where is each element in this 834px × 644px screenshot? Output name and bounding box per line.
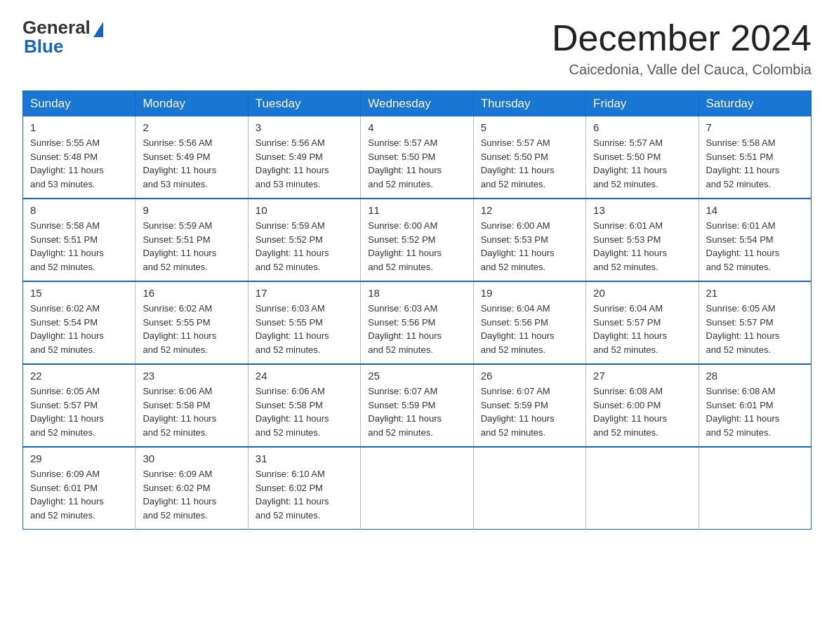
day-info: Sunrise: 6:07 AM Sunset: 5:59 PM Dayligh… xyxy=(368,384,465,439)
weekday-header-monday: Monday xyxy=(135,91,248,117)
day-info: Sunrise: 6:02 AM Sunset: 5:55 PM Dayligh… xyxy=(143,302,240,356)
logo: General Blue xyxy=(22,17,103,58)
day-info: Sunrise: 6:06 AM Sunset: 5:58 PM Dayligh… xyxy=(143,384,240,439)
calendar-cell xyxy=(361,447,473,530)
day-number: 20 xyxy=(593,287,691,299)
calendar-cell: 24 Sunrise: 6:06 AM Sunset: 5:58 PM Dayl… xyxy=(248,364,360,447)
day-number: 26 xyxy=(481,370,578,382)
day-number: 17 xyxy=(256,287,353,299)
day-number: 3 xyxy=(256,121,353,133)
day-info: Sunrise: 6:00 AM Sunset: 5:53 PM Dayligh… xyxy=(481,219,578,274)
day-info: Sunrise: 5:57 AM Sunset: 5:50 PM Dayligh… xyxy=(593,136,691,191)
day-info: Sunrise: 6:08 AM Sunset: 6:00 PM Dayligh… xyxy=(593,384,691,439)
day-number: 31 xyxy=(256,452,353,464)
calendar-table: SundayMondayTuesdayWednesdayThursdayFrid… xyxy=(22,90,812,530)
day-info: Sunrise: 5:55 AM Sunset: 5:48 PM Dayligh… xyxy=(30,136,128,191)
day-info: Sunrise: 5:57 AM Sunset: 5:50 PM Dayligh… xyxy=(368,136,465,191)
day-info: Sunrise: 6:09 AM Sunset: 6:01 PM Dayligh… xyxy=(30,467,128,522)
day-number: 7 xyxy=(706,121,804,133)
month-year-title: December 2024 xyxy=(552,17,812,59)
calendar-cell: 6 Sunrise: 5:57 AM Sunset: 5:50 PM Dayli… xyxy=(586,116,699,199)
day-info: Sunrise: 5:58 AM Sunset: 5:51 PM Dayligh… xyxy=(706,136,804,191)
day-info: Sunrise: 5:56 AM Sunset: 5:49 PM Dayligh… xyxy=(256,136,353,191)
day-number: 28 xyxy=(706,370,804,382)
calendar-cell: 27 Sunrise: 6:08 AM Sunset: 6:00 PM Dayl… xyxy=(586,364,699,447)
weekday-header-saturday: Saturday xyxy=(699,91,811,117)
day-info: Sunrise: 6:04 AM Sunset: 5:57 PM Dayligh… xyxy=(593,302,691,356)
calendar-cell: 23 Sunrise: 6:06 AM Sunset: 5:58 PM Dayl… xyxy=(135,364,248,447)
weekday-header-tuesday: Tuesday xyxy=(248,91,360,117)
calendar-cell: 20 Sunrise: 6:04 AM Sunset: 5:57 PM Dayl… xyxy=(586,281,699,364)
calendar-cell: 2 Sunrise: 5:56 AM Sunset: 5:49 PM Dayli… xyxy=(135,116,248,199)
calendar-week-row: 22 Sunrise: 6:05 AM Sunset: 5:57 PM Dayl… xyxy=(23,364,812,447)
weekday-header-friday: Friday xyxy=(586,91,699,117)
day-info: Sunrise: 5:58 AM Sunset: 5:51 PM Dayligh… xyxy=(30,219,128,274)
calendar-cell: 17 Sunrise: 6:03 AM Sunset: 5:55 PM Dayl… xyxy=(248,281,360,364)
day-number: 4 xyxy=(368,121,465,133)
calendar-cell: 3 Sunrise: 5:56 AM Sunset: 5:49 PM Dayli… xyxy=(248,116,360,199)
calendar-cell: 1 Sunrise: 5:55 AM Sunset: 5:48 PM Dayli… xyxy=(23,116,135,199)
day-info: Sunrise: 5:56 AM Sunset: 5:49 PM Dayligh… xyxy=(143,136,240,191)
day-number: 21 xyxy=(706,287,804,299)
day-number: 24 xyxy=(256,370,353,382)
calendar-cell: 29 Sunrise: 6:09 AM Sunset: 6:01 PM Dayl… xyxy=(23,447,135,530)
calendar-cell: 10 Sunrise: 5:59 AM Sunset: 5:52 PM Dayl… xyxy=(248,199,360,281)
title-block: December 2024 Caicedonia, Valle del Cauc… xyxy=(552,17,812,78)
day-info: Sunrise: 5:57 AM Sunset: 5:50 PM Dayligh… xyxy=(481,136,578,191)
day-number: 30 xyxy=(143,452,240,464)
calendar-cell xyxy=(699,447,811,530)
day-info: Sunrise: 6:00 AM Sunset: 5:52 PM Dayligh… xyxy=(368,219,465,274)
calendar-cell xyxy=(473,447,585,530)
page-header: General Blue December 2024 Caicedonia, V… xyxy=(22,17,812,78)
weekday-header-wednesday: Wednesday xyxy=(361,91,473,117)
calendar-week-row: 29 Sunrise: 6:09 AM Sunset: 6:01 PM Dayl… xyxy=(23,447,812,530)
day-info: Sunrise: 6:02 AM Sunset: 5:54 PM Dayligh… xyxy=(30,302,128,356)
day-info: Sunrise: 6:09 AM Sunset: 6:02 PM Dayligh… xyxy=(143,467,240,522)
calendar-cell: 15 Sunrise: 6:02 AM Sunset: 5:54 PM Dayl… xyxy=(23,281,135,364)
calendar-cell: 12 Sunrise: 6:00 AM Sunset: 5:53 PM Dayl… xyxy=(473,199,585,281)
day-number: 8 xyxy=(30,204,128,216)
day-info: Sunrise: 5:59 AM Sunset: 5:51 PM Dayligh… xyxy=(143,219,240,274)
day-number: 9 xyxy=(143,204,240,216)
day-number: 27 xyxy=(593,370,691,382)
calendar-cell: 30 Sunrise: 6:09 AM Sunset: 6:02 PM Dayl… xyxy=(135,447,248,530)
day-info: Sunrise: 6:05 AM Sunset: 5:57 PM Dayligh… xyxy=(706,302,804,356)
calendar-week-row: 15 Sunrise: 6:02 AM Sunset: 5:54 PM Dayl… xyxy=(23,281,812,364)
calendar-cell: 18 Sunrise: 6:03 AM Sunset: 5:56 PM Dayl… xyxy=(361,281,473,364)
day-number: 19 xyxy=(481,287,578,299)
day-number: 14 xyxy=(706,204,804,216)
day-number: 16 xyxy=(143,287,240,299)
day-number: 15 xyxy=(30,287,128,299)
day-number: 2 xyxy=(143,121,240,133)
calendar-cell: 31 Sunrise: 6:10 AM Sunset: 6:02 PM Dayl… xyxy=(248,447,360,530)
calendar-cell: 13 Sunrise: 6:01 AM Sunset: 5:53 PM Dayl… xyxy=(586,199,699,281)
day-number: 1 xyxy=(30,121,128,133)
weekday-header-sunday: Sunday xyxy=(23,91,135,117)
day-number: 5 xyxy=(481,121,578,133)
calendar-cell: 4 Sunrise: 5:57 AM Sunset: 5:50 PM Dayli… xyxy=(361,116,473,199)
location-subtitle: Caicedonia, Valle del Cauca, Colombia xyxy=(552,62,812,78)
day-info: Sunrise: 6:01 AM Sunset: 5:54 PM Dayligh… xyxy=(706,219,804,274)
day-number: 22 xyxy=(30,370,128,382)
calendar-cell: 25 Sunrise: 6:07 AM Sunset: 5:59 PM Dayl… xyxy=(361,364,473,447)
calendar-week-row: 1 Sunrise: 5:55 AM Sunset: 5:48 PM Dayli… xyxy=(23,116,812,199)
calendar-cell: 11 Sunrise: 6:00 AM Sunset: 5:52 PM Dayl… xyxy=(361,199,473,281)
weekday-header-thursday: Thursday xyxy=(473,91,585,117)
day-info: Sunrise: 6:03 AM Sunset: 5:56 PM Dayligh… xyxy=(368,302,465,356)
calendar-cell: 21 Sunrise: 6:05 AM Sunset: 5:57 PM Dayl… xyxy=(699,281,811,364)
day-info: Sunrise: 6:06 AM Sunset: 5:58 PM Dayligh… xyxy=(256,384,353,439)
day-number: 29 xyxy=(30,452,128,464)
day-info: Sunrise: 6:05 AM Sunset: 5:57 PM Dayligh… xyxy=(30,384,128,439)
day-number: 10 xyxy=(256,204,353,216)
day-info: Sunrise: 5:59 AM Sunset: 5:52 PM Dayligh… xyxy=(256,219,353,274)
calendar-cell: 26 Sunrise: 6:07 AM Sunset: 5:59 PM Dayl… xyxy=(473,364,585,447)
logo-blue-text: Blue xyxy=(24,36,63,58)
day-info: Sunrise: 6:01 AM Sunset: 5:53 PM Dayligh… xyxy=(593,219,691,274)
calendar-cell xyxy=(586,447,699,530)
day-info: Sunrise: 6:03 AM Sunset: 5:55 PM Dayligh… xyxy=(256,302,353,356)
day-info: Sunrise: 6:10 AM Sunset: 6:02 PM Dayligh… xyxy=(256,467,353,522)
day-number: 11 xyxy=(368,204,465,216)
calendar-cell: 22 Sunrise: 6:05 AM Sunset: 5:57 PM Dayl… xyxy=(23,364,135,447)
calendar-cell: 28 Sunrise: 6:08 AM Sunset: 6:01 PM Dayl… xyxy=(699,364,811,447)
day-number: 12 xyxy=(481,204,578,216)
